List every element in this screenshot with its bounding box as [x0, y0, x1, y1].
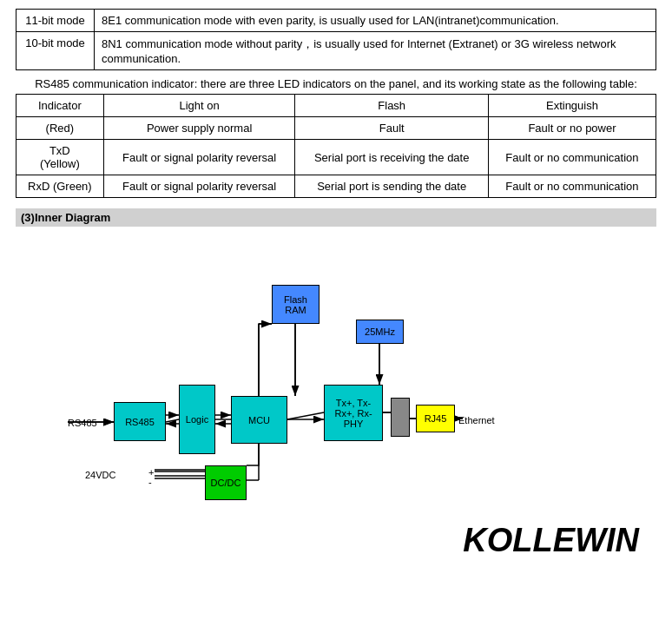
- rj45-block: RJ45: [416, 405, 455, 432]
- transformer-block: [391, 398, 410, 437]
- mode-description: 8E1 communication mode with even parity,…: [95, 10, 656, 32]
- mode-table: 11-bit mode8E1 communication mode with e…: [16, 9, 656, 70]
- logic-block: Logic: [179, 385, 215, 454]
- dcdc-block: DC/DC: [205, 465, 247, 500]
- brand-label: KOLLEWIN: [16, 522, 656, 559]
- flash-block: Flash RAM: [272, 285, 320, 324]
- indicator-header: Extinguish: [488, 95, 656, 117]
- indicator-table: IndicatorLight onFlashExtinguish(Red)Pow…: [16, 94, 656, 198]
- indicator-cell: Fault or signal polarity reversal: [103, 140, 295, 175]
- indicator-cell: TxD (Yellow): [16, 140, 104, 175]
- indicator-cell: Serial port is sending the date: [295, 175, 488, 198]
- crystal-block: 25MHz: [356, 320, 404, 344]
- indicator-cell: Fault or no communication: [488, 175, 656, 198]
- 24vdc-label: 24VDC: [85, 470, 115, 480]
- ethernet-label: Ethernet: [458, 415, 495, 425]
- indicator-cell: Fault or signal polarity reversal: [103, 175, 295, 198]
- indicator-cell: Fault or no communication: [488, 140, 656, 175]
- phy-block: Tx+, Tx- Rx+, Rx- PHY: [324, 385, 383, 441]
- mode-label: 10-bit mode: [16, 32, 95, 70]
- indicator-cell: Power supply normal: [103, 117, 295, 140]
- indicator-cell: (Red): [16, 117, 104, 140]
- minus-label: -: [148, 477, 152, 487]
- indicator-header: Indicator: [16, 95, 104, 117]
- indicator-cell: RxD (Green): [16, 175, 104, 198]
- mode-label: 11-bit mode: [16, 10, 95, 32]
- mcu-block: MCU: [231, 396, 287, 444]
- indicator-cell: Fault: [295, 117, 488, 140]
- diagram-area: RS485LogicMCUFlash RAMTx+, Tx- Rx+, Rx- …: [16, 237, 658, 515]
- rs485-label: RS485: [68, 418, 97, 428]
- indicator-cell: Fault or no power: [488, 117, 656, 140]
- indicator-header: Light on: [103, 95, 295, 117]
- rs485-block: RS485: [114, 402, 166, 441]
- indicator-cell: Serial port is receiving the date: [295, 140, 488, 175]
- mode-description: 8N1 communication mode without parity，is…: [95, 32, 656, 70]
- rs485-description: RS485 communication indicator: there are…: [16, 77, 656, 90]
- inner-diagram-heading: (3)Inner Diagram: [16, 208, 656, 227]
- indicator-header: Flash: [295, 95, 488, 117]
